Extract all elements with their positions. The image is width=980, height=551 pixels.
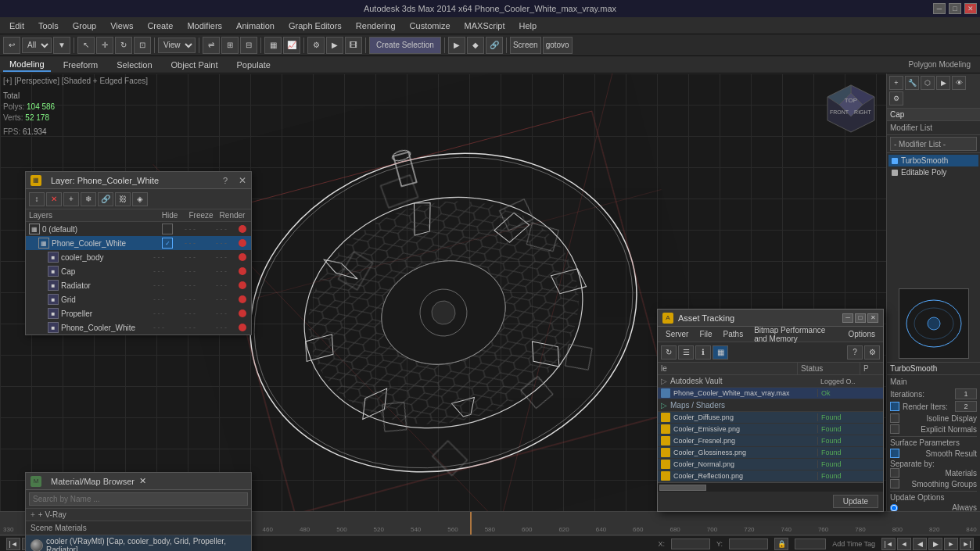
at-minimize-btn[interactable]: ─ <box>842 313 853 323</box>
menu-modifiers[interactable]: Modifiers <box>181 20 228 32</box>
menu-customize[interactable]: Customize <box>404 20 457 32</box>
layer-close-btn[interactable]: ✕ <box>239 175 246 186</box>
frame-input[interactable] <box>795 538 826 549</box>
at-tb-grid-btn[interactable]: ▦ <box>713 345 728 360</box>
render-frame-btn[interactable]: 🎞 <box>345 37 362 54</box>
render-iters-input[interactable] <box>955 401 977 412</box>
at-tb-help-btn[interactable]: ? <box>847 345 863 360</box>
selection-mode-select[interactable]: All <box>22 38 52 53</box>
at-menu-paths[interactable]: Paths <box>719 329 748 339</box>
mat-browser-close-btn[interactable]: ✕ <box>139 476 146 486</box>
maximize-btn[interactable]: □ <box>949 3 961 14</box>
menu-maxscript[interactable]: MAXScript <box>458 20 512 32</box>
modifier-row-turbos[interactable]: TurboSmooth <box>888 155 978 166</box>
at-max-file-row[interactable]: Phone_Cooler_White_max_vray.max Ok <box>658 388 883 399</box>
layer-delete-btn[interactable]: ✕ <box>46 192 62 206</box>
minimize-btn[interactable]: ─ <box>933 3 946 14</box>
x-coord-input[interactable] <box>671 538 710 549</box>
mode-modeling[interactable]: Modeling <box>3 58 51 72</box>
layer-row[interactable]: ▦ 0 (default) - - - - - - <box>26 222 251 236</box>
rp-btn-utilities[interactable]: ⚙ <box>889 91 903 106</box>
undo-btn[interactable]: ↩ <box>3 37 20 54</box>
animate-btn[interactable]: ▶ <box>448 37 465 54</box>
layer-panel-header[interactable]: ▦ Layer: Phone_Cooler_White ? ✕ <box>26 172 251 189</box>
array-btn[interactable]: ⊟ <box>240 37 257 54</box>
iterations-input[interactable] <box>955 388 977 399</box>
smoothing-groups-checkbox[interactable] <box>890 479 899 488</box>
layer-btn[interactable]: ▦ <box>264 37 282 54</box>
align-btn[interactable]: ⊞ <box>221 37 239 54</box>
rp-btn-hierarchy[interactable]: ⬡ <box>921 76 935 90</box>
menu-edit[interactable]: Edit <box>3 20 31 32</box>
create-selection-btn[interactable]: Create Selection <box>369 37 441 54</box>
layer-question-btn[interactable]: ? <box>223 176 228 185</box>
scale-btn[interactable]: ⊡ <box>134 37 151 54</box>
y-coord-input[interactable] <box>729 538 768 549</box>
at-menu-file[interactable]: File <box>695 329 716 339</box>
at-update-btn[interactable]: Update <box>833 495 878 508</box>
rotate-btn[interactable]: ↻ <box>115 37 132 54</box>
menu-tools[interactable]: Tools <box>32 20 65 32</box>
constraints-btn[interactable]: 🔗 <box>486 37 503 54</box>
rpc-btn6[interactable]: ►| <box>960 538 974 550</box>
menu-group[interactable]: Group <box>66 20 103 32</box>
timeline-playhead[interactable] <box>470 512 472 535</box>
pb-prev-btn[interactable]: |◄ <box>6 538 20 550</box>
at-file-row[interactable]: Cooler_Normal.png Found <box>658 459 883 470</box>
keys-btn[interactable]: ◆ <box>467 37 484 54</box>
mode-object-paint[interactable]: Object Paint <box>165 59 224 71</box>
at-tb-settings-btn[interactable]: ⚙ <box>864 345 880 360</box>
curve-editor-btn[interactable]: 📈 <box>283 37 300 54</box>
at-file-row[interactable]: Cooler_Diffuse.png Found <box>658 412 883 424</box>
at-maps-shaders-row[interactable]: ▷ Maps / Shaders <box>658 399 883 412</box>
layer-row[interactable]: ■ Cap - - - - - - - - - <box>26 264 251 278</box>
rp-btn-motion[interactable]: ▶ <box>936 76 950 90</box>
at-menu-server[interactable]: Server <box>661 329 693 339</box>
rpc-btn2[interactable]: ◄ <box>897 538 911 550</box>
layer-move-btn[interactable]: ↕ <box>29 192 45 206</box>
rpc-btn3[interactable]: ◀ <box>913 538 927 550</box>
layer-check[interactable]: ✓ <box>162 238 173 249</box>
render-btn[interactable]: ▶ <box>326 37 343 54</box>
mode-freeform[interactable]: Freeform <box>57 59 105 71</box>
layer-row[interactable]: ■ Grid - - - - - - - - - <box>26 292 251 306</box>
rpc-btn1[interactable]: |◄ <box>881 538 896 550</box>
smooth-result-checkbox[interactable] <box>890 449 899 458</box>
menu-graph-editors[interactable]: Graph Editors <box>282 20 348 32</box>
at-vault-row[interactable]: ▷ Autodesk Vault Logged O.. <box>658 375 883 388</box>
at-tb-reload-btn[interactable]: ↻ <box>661 345 677 360</box>
at-tb-info-btn[interactable]: ℹ <box>695 345 711 360</box>
layer-row[interactable]: ■ Propeller - - - - - - - - - <box>26 306 251 320</box>
rpc-btn5[interactable]: ► <box>944 538 958 550</box>
modifier-row-edpoly[interactable]: Editable Poly <box>888 166 978 178</box>
materials-checkbox[interactable] <box>890 468 899 478</box>
mode-selection[interactable]: Selection <box>110 59 158 71</box>
view-select[interactable]: View <box>158 38 196 53</box>
menu-create[interactable]: Create <box>141 20 179 32</box>
rp-btn-display[interactable]: 👁 <box>952 76 966 90</box>
modifier-dropdown[interactable]: - Modifier List - <box>890 137 977 151</box>
mat-browser-header[interactable]: M Material/Map Browser ✕ <box>26 473 251 490</box>
screen-mode-btn[interactable]: Screen <box>510 37 541 54</box>
layer-add-btn[interactable]: + <box>63 192 79 206</box>
gotovo-btn[interactable]: gotovo <box>543 37 573 54</box>
mirror-btn[interactable]: ⇌ <box>203 37 220 54</box>
at-scroll-thumb[interactable] <box>659 485 706 491</box>
layer-row[interactable]: ▦ Phone_Cooler_White ✓ - - - - - - <box>26 236 251 250</box>
render-iters-checkbox[interactable] <box>890 402 899 411</box>
always-radio[interactable] <box>890 504 898 512</box>
at-tb-list-btn[interactable]: ☰ <box>678 345 694 360</box>
layer-row[interactable]: ■ cooler_body - - - - - - - - - <box>26 250 251 264</box>
render-setup-btn[interactable]: ⚙ <box>307 37 325 54</box>
mat-search-input[interactable] <box>29 492 248 506</box>
selection-filter-btn[interactable]: ▼ <box>53 37 70 54</box>
menu-help[interactable]: Help <box>513 20 544 32</box>
at-scrollbar[interactable] <box>658 482 883 492</box>
rp-btn-create[interactable]: + <box>889 76 903 90</box>
lock-btn[interactable]: 🔒 <box>774 538 788 550</box>
layer-unlink-btn[interactable]: ⛓ <box>115 192 131 206</box>
move-btn[interactable]: ✛ <box>96 37 113 54</box>
at-file-row[interactable]: Cooler_Reflection.png Found <box>658 470 883 482</box>
add-time-tag-btn[interactable]: Add Time Tag <box>832 540 875 548</box>
menu-animation[interactable]: Animation <box>230 20 281 32</box>
